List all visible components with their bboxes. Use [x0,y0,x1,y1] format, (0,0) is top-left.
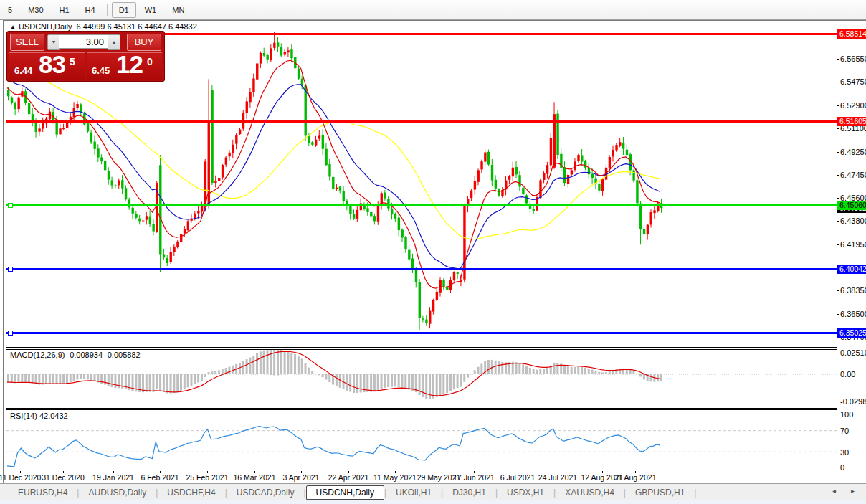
macd-axis-label: 0.00 [840,370,855,379]
tab-ukoil[interactable]: UKOil,H1 [386,485,441,500]
sell-price-big: 83 [39,50,65,79]
timeframe-toolbar: 5M30H1H4D1W1MN [0,0,866,20]
level-anchor-marker[interactable] [8,331,13,336]
date-label: 6 Jul 2021 [500,473,535,482]
rsi-axis-label: 70 [840,427,849,435]
tab-usdchf[interactable]: USDCHF,H4 [158,485,224,500]
toolbar-separator [196,4,196,16]
macd-axis-label: 0.025108 [840,348,866,357]
tab-separator: | [694,488,696,498]
sell-button[interactable]: SELL [10,34,44,51]
tab-usdx[interactable]: USDX,H1 [498,485,553,500]
level-anchor-marker[interactable] [8,267,13,272]
tab-audusd[interactable]: AUDUSD,Daily [79,485,156,500]
price-tick-label: 6.43800 [840,217,866,225]
tab-usdcad[interactable]: USDCAD,Daily [227,485,304,500]
tab-scroll-left-icon[interactable]: ◂ [832,487,851,495]
date-label: 31 Aug 2021 [614,473,657,482]
rsi-axis-label: 0 [840,463,844,472]
price-tick-label: 6.41950 [840,240,866,249]
date-label: 19 Jan 2021 [92,473,134,482]
timeframe-button-d1[interactable]: D1 [112,2,136,18]
timeframe-button-mn[interactable]: MN [165,2,191,18]
level-price-label: 6.51605 [837,117,866,126]
rsi-label: RSI(14) 42.0432 [10,412,68,420]
price-axis-line [837,29,837,471]
tab-usdcnh[interactable]: USDCNH,Daily [306,485,384,500]
tab-scroll-buttons[interactable]: ◂ ▸ [832,487,860,495]
tab-eurusd[interactable]: EURUSD,H4 [9,485,77,500]
window-bottom-strip [0,500,866,504]
symbol-name: USDCNH,Daily [19,22,72,31]
sell-price-handle: 6.44 [14,65,32,76]
level-price-label: 6.40042 [837,265,866,274]
rsi-panel[interactable] [6,409,837,472]
macd-axis-label: -0.02988 [840,397,866,406]
level-price-label: 6.45060 [837,201,866,210]
date-label: 25 Feb 2021 [186,473,229,482]
date-label: 11 Dec 2020 [0,473,41,482]
rsi-axis-label: 30 [840,448,849,457]
timeframe-button-w1[interactable]: W1 [138,2,164,18]
timeframe-button-5[interactable]: 5 [1,2,19,18]
timeframe-button-m30[interactable]: M30 [21,2,50,18]
price-tick-label: 6.54750 [840,77,866,86]
timeframe-button-h4[interactable]: H4 [78,2,103,18]
price-tick-label: 6.38350 [840,286,866,295]
timeframe-button-h1[interactable]: H1 [52,2,77,18]
price-level-line[interactable] [6,332,837,334]
price-tick-label: 6.56550 [840,54,866,63]
price-level-line[interactable] [6,120,837,123]
level-anchor-marker[interactable] [8,203,13,208]
date-label: 16 Mar 2021 [234,473,276,482]
tab-xauusd[interactable]: XAUUSD,H4 [556,485,624,500]
price-tick-label: 6.49250 [840,148,866,156]
macd-label: MACD(12,26,9) -0.008934 -0.005882 [10,351,141,359]
level-price-label: 6.35025 [837,328,866,338]
date-label: 11 May 2021 [373,473,417,482]
date-label: 3 Apr 2021 [283,473,320,482]
tab-dj30[interactable]: DJ30,H1 [443,485,495,500]
sell-price[interactable]: 6.44 83 5 [9,52,85,80]
spread-input[interactable]: 3.00 [59,34,108,49]
date-label: 6 Feb 2021 [141,473,179,482]
chart-title: ▲USDCNH,Daily 6.44999 6.45131 6.44647 6.… [10,22,197,31]
buy-price[interactable]: 6.45 12 0 [87,52,162,80]
price-tick-label: 6.36500 [840,310,866,318]
sell-price-pip: 5 [70,56,75,67]
price-level-line[interactable] [6,204,837,206]
tab-gbpusd[interactable]: GBPUSD,H1 [626,485,694,500]
price-level-line[interactable] [6,268,837,270]
rsi-axis-label: 100 [840,410,853,419]
buy-price-handle: 6.45 [92,65,110,76]
date-label: 24 Jul 2021 [538,473,577,482]
one-click-trade-panel: SELL ▼ 3.00 ▲ BUY 6.44 83 5 6.45 12 0 [6,31,165,82]
price-tick-label: 6.52900 [840,101,866,110]
buy-button[interactable]: BUY [127,34,161,51]
buy-price-pip: 0 [147,56,153,67]
tab-scroll-right-icon[interactable]: ▸ [851,487,860,495]
date-label: 22 Apr 2021 [328,473,369,482]
chart-tab-bar: EURUSD,H4|AUDUSD,Daily|USDCHF,H4|USDCAD,… [0,483,866,500]
toolbar-separator [107,4,108,16]
price-tick-label: 6.47450 [840,171,866,179]
spread-increase-button[interactable]: ▲ [108,34,120,50]
date-label: 17 Jun 2021 [453,473,495,482]
level-price-label: 6.58514 [837,29,866,39]
buy-price-big: 12 [116,50,143,79]
date-label: 31 Dec 2020 [42,473,85,482]
trade-panel-top-row: SELL ▼ 3.00 ▲ BUY [7,32,164,51]
ohlc-values: 6.44999 6.45131 6.44647 6.44832 [77,22,197,31]
collapse-triangle-icon[interactable]: ▲ [10,24,16,30]
